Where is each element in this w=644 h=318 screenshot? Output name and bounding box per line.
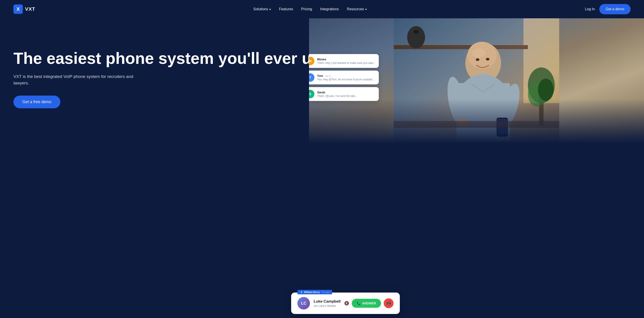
svg-point-10 <box>486 58 490 60</box>
chevron-down-icon <box>365 9 367 10</box>
login-button[interactable]: Log In <box>585 7 595 11</box>
free-demo-button[interactable]: Get a free demo <box>14 96 60 108</box>
chat-card-moses[interactable]: M Moses Them: Hey I just wanted to make … <box>309 54 379 68</box>
call-action-buttons: 🔇 📞 ANSWER 📵 <box>344 298 393 308</box>
brand-logo[interactable]: X VXT <box>14 4 35 14</box>
answer-button[interactable]: 📞 ANSWER <box>352 299 381 308</box>
nav-item-features[interactable]: Features <box>279 7 293 11</box>
nav-links: Solutions Features Pricing Integrations … <box>253 7 367 11</box>
svg-point-3 <box>407 26 425 48</box>
chat-card-tom[interactable]: T Tom via C... You: Hey @Tom, let me kno… <box>309 71 379 84</box>
nav-item-solutions[interactable]: Solutions <box>253 7 271 11</box>
chat-info-tom: Tom via C... You: Hey @Tom, let me know … <box>317 74 375 81</box>
hero-photo: M Moses Them: Hey I just wanted to make … <box>309 18 644 143</box>
nav-actions: Log In Get a demo <box>585 4 630 14</box>
caller-info: Luke Campbell via Luke's Mobile <box>314 299 340 308</box>
decline-button[interactable]: 📵 <box>384 298 394 308</box>
nav-item-integrations[interactable]: Integrations <box>320 7 339 11</box>
hero-section: The easiest phone system you'll ever use… <box>0 18 644 318</box>
get-demo-button[interactable]: Get a demo <box>599 4 630 14</box>
chat-avatar-moses: M <box>309 57 314 65</box>
chat-avatar-tom: T <box>309 73 314 82</box>
navigation: X VXT Solutions Features Pricing Integra… <box>0 0 644 18</box>
vxt-call-badge: X William Burry 7m ago <box>298 290 332 294</box>
svg-point-4 <box>414 30 419 33</box>
decline-icon: 📵 <box>386 301 391 306</box>
chat-avatar-sarah: S <box>309 90 314 98</box>
nav-item-resources[interactable]: Resources <box>347 7 367 11</box>
incoming-call-card[interactable]: X William Burry 7m ago LC Luke Campbell … <box>291 293 400 314</box>
nav-item-pricing[interactable]: Pricing <box>301 7 312 11</box>
hero-subtitle: VXT is the best integrated VoIP phone sy… <box>14 73 139 86</box>
svg-rect-23 <box>394 121 559 128</box>
hero-visual: M Moses Them: Hey I just wanted to make … <box>309 18 644 318</box>
chevron-down-icon <box>269 9 271 10</box>
brand-name: VXT <box>25 6 35 12</box>
phone-icon: 📞 <box>357 302 360 305</box>
chat-info-sarah: Sarah Them: @Luke, I've sent the late... <box>317 91 375 98</box>
mute-icon: 🔇 <box>344 301 349 306</box>
logo-icon: X <box>14 4 23 14</box>
svg-point-8 <box>472 48 486 57</box>
chat-card-sarah[interactable]: S Sarah Them: @Luke, I've sent the late.… <box>309 87 379 101</box>
hero-title: The easiest phone system you'll ever use <box>14 50 353 67</box>
caller-avatar: LC <box>298 297 310 310</box>
chat-cards-overlay: M Moses Them: Hey I just wanted to make … <box>309 54 379 101</box>
svg-point-22 <box>538 79 554 101</box>
hero-content: The easiest phone system you'll ever use… <box>14 32 353 108</box>
svg-point-9 <box>476 58 480 61</box>
chat-info-moses: Moses Them: Hey I just wanted to make su… <box>317 58 375 65</box>
